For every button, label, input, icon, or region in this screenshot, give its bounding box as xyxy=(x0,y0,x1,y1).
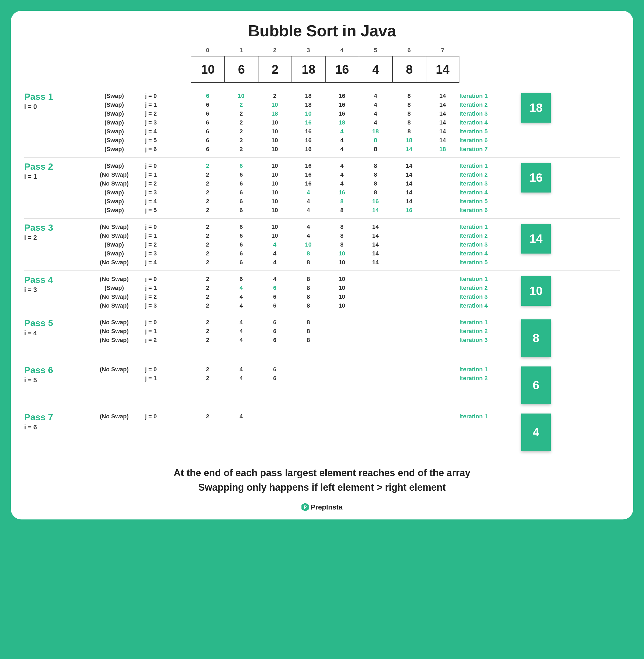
pass-block: Pass 3i = 2(No Swap)(No Swap)(Swap)(Swap… xyxy=(24,218,620,270)
value-cell: 16 xyxy=(305,179,312,188)
swap-label: (No Swap) xyxy=(83,274,145,283)
iteration-column: Iteration 1 xyxy=(459,412,513,451)
index-label: 3 xyxy=(292,47,325,56)
value-cell: 4 xyxy=(374,100,377,109)
value-column: 22222 xyxy=(191,222,224,267)
j-label: j = 0 xyxy=(145,274,191,283)
value-cell: 4 xyxy=(374,91,377,100)
swap-label: (Swap) xyxy=(83,206,145,215)
value-cell: 6 xyxy=(239,179,243,188)
value-cell: 8 xyxy=(407,118,411,127)
swap-label: (No Swap) xyxy=(83,292,145,301)
value-cell xyxy=(442,179,443,188)
value-cell: 8 xyxy=(374,145,377,154)
value-cell: 14 xyxy=(439,100,446,109)
value-column xyxy=(325,318,359,357)
value-cell: 2 xyxy=(206,231,209,240)
value-cell: 2 xyxy=(206,365,209,374)
value-cell: 8 xyxy=(374,161,377,170)
value-cell: 10 xyxy=(271,100,278,109)
iteration-label: Iteration 1 xyxy=(459,222,513,231)
value-cell: 16 xyxy=(339,188,345,197)
array-cell: 10 xyxy=(191,56,224,83)
iteration-column: Iteration 1Iteration 2Iteration 3Iterati… xyxy=(459,161,513,215)
value-cell: 6 xyxy=(239,258,243,267)
value-cell xyxy=(442,374,443,382)
value-cell: 4 xyxy=(239,301,243,310)
swap-label: (Swap) xyxy=(83,197,145,206)
index-label: 1 xyxy=(224,47,258,56)
value-cell: 14 xyxy=(406,179,412,188)
value-cell: 16 xyxy=(305,145,312,154)
value-cell: 8 xyxy=(407,109,411,118)
array-cell: 4 xyxy=(359,56,392,83)
brand-name: PrepInsta xyxy=(310,503,343,511)
value-cell: 18 xyxy=(271,109,278,118)
value-cell: 2 xyxy=(206,161,209,170)
swap-label: (No Swap) xyxy=(83,301,145,310)
value-cell: 4 xyxy=(340,179,343,188)
swap-label: (Swap) xyxy=(83,145,145,154)
value-cell xyxy=(442,197,443,206)
value-column: 44441888 xyxy=(359,91,392,154)
value-cell: 6 xyxy=(206,100,209,109)
swap-label: (No Swap) xyxy=(83,170,145,179)
value-cell xyxy=(442,249,443,258)
value-cell xyxy=(408,222,410,231)
value-cell: 14 xyxy=(372,222,378,231)
value-cell: 2 xyxy=(206,412,209,421)
value-cell: 8 xyxy=(306,274,310,283)
value-column: 6444 xyxy=(224,274,258,310)
value-cell: 16 xyxy=(305,136,312,145)
value-cell: 2 xyxy=(273,91,276,100)
iteration-label: Iteration 2 xyxy=(459,231,513,240)
j-column: j = 0j = 1j = 2j = 3j = 4j = 5 xyxy=(145,161,191,215)
pass-block: Pass 4i = 3(No Swap)(Swap)(No Swap)(No S… xyxy=(24,270,620,314)
value-cell xyxy=(341,374,343,382)
swap-label: (No Swap) xyxy=(83,335,145,345)
value-cell xyxy=(442,318,443,327)
value-column: 888881814 xyxy=(392,91,426,154)
swap-label: (Swap) xyxy=(83,188,145,197)
j-label: j = 0 xyxy=(145,91,191,100)
diagram-card: Bubble Sort in Java 0 1 2 3 4 5 6 7 10 6… xyxy=(11,11,633,520)
pass-index: i = 0 xyxy=(24,103,83,110)
value-cell: 14 xyxy=(372,258,378,267)
value-column xyxy=(392,365,426,404)
page-title: Bubble Sort in Java xyxy=(24,22,620,40)
value-column: 22 xyxy=(191,365,224,404)
value-cell: 2 xyxy=(239,118,243,127)
index-label: 5 xyxy=(359,47,392,56)
pass-title: Pass 2 xyxy=(24,161,83,172)
value-cell xyxy=(408,365,410,374)
swap-label: (No Swap) xyxy=(83,258,145,267)
array-cell: 8 xyxy=(392,56,426,83)
index-label: 0 xyxy=(191,47,224,56)
value-cell: 8 xyxy=(306,327,310,335)
value-cell xyxy=(374,412,376,421)
value-column xyxy=(426,365,459,404)
value-cell: 4 xyxy=(239,318,243,327)
value-cell: 4 xyxy=(340,127,343,136)
value-column: 16161618444 xyxy=(325,91,359,154)
iteration-label: Iteration 4 xyxy=(459,118,513,127)
value-column xyxy=(426,161,459,215)
value-cell: 8 xyxy=(340,231,343,240)
value-cell: 4 xyxy=(340,136,343,145)
iteration-label: Iteration 3 xyxy=(459,292,513,301)
value-cell: 6 xyxy=(239,274,243,283)
swap-label: (No Swap) xyxy=(83,231,145,240)
svg-text:P: P xyxy=(304,505,307,510)
value-column: 2 xyxy=(191,412,224,451)
j-label: j = 2 xyxy=(145,109,191,118)
j-label: j = 2 xyxy=(145,240,191,249)
swap-label: (Swap) xyxy=(83,136,145,145)
value-cell: 18 xyxy=(406,136,412,145)
value-cell xyxy=(442,206,443,215)
value-cell: 16 xyxy=(305,161,312,170)
value-cell: 8 xyxy=(340,222,343,231)
value-cell: 10 xyxy=(305,240,312,249)
value-cell: 4 xyxy=(340,161,343,170)
value-cell: 14 xyxy=(439,109,446,118)
value-cell: 6 xyxy=(239,222,243,231)
